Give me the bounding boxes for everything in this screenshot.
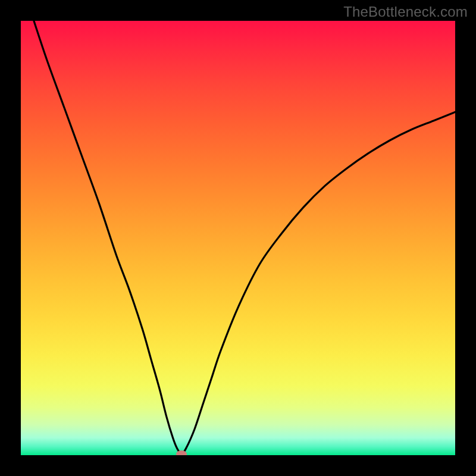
plot-area — [21, 21, 455, 455]
minimum-marker — [176, 450, 187, 455]
watermark-text: TheBottleneck.com — [343, 4, 468, 20]
bottleneck-curve — [21, 21, 455, 455]
